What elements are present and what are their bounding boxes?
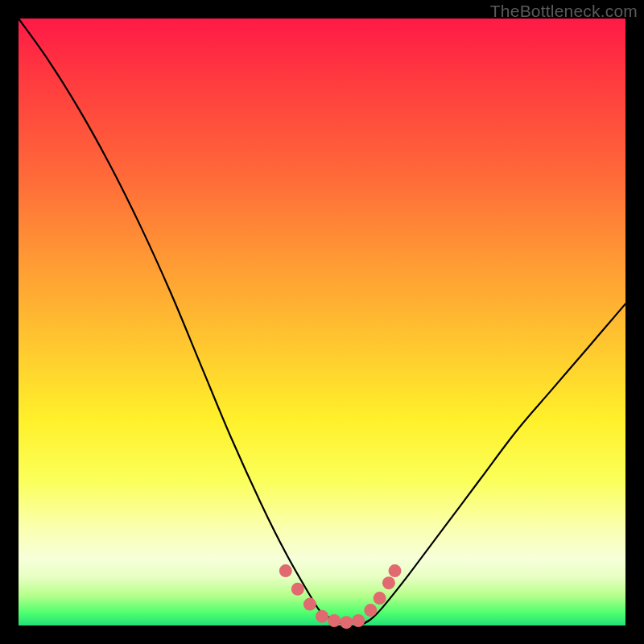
- highlight-dot: [279, 564, 292, 577]
- watermark-text: TheBottleneck.com: [490, 2, 638, 21]
- highlight-dot: [340, 616, 353, 629]
- highlight-dot: [364, 604, 377, 617]
- highlight-dot: [389, 564, 402, 577]
- highlight-dot: [291, 583, 304, 596]
- highlight-dot: [328, 614, 341, 627]
- highlight-dot: [303, 598, 316, 611]
- plot-area: [19, 19, 625, 625]
- curve-svg: [19, 19, 625, 625]
- highlight-dot: [316, 610, 328, 623]
- highlight-dot: [382, 576, 395, 589]
- highlight-dot: [374, 592, 386, 605]
- highlight-dot: [352, 614, 365, 627]
- bottleneck-curve: [19, 19, 625, 626]
- chart-frame: TheBottleneck.com: [0, 0, 644, 644]
